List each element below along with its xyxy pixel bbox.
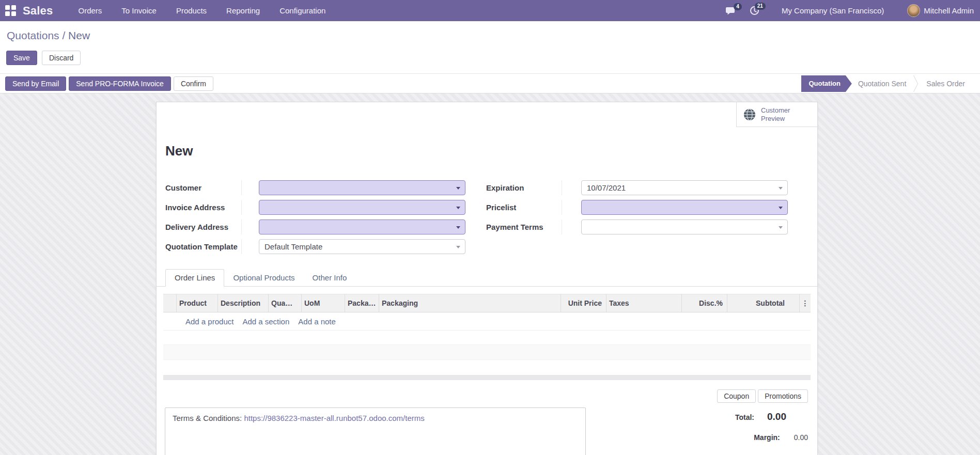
col-subtotal: Subtotal (727, 294, 800, 312)
total-value: 0.00 (767, 411, 786, 422)
breadcrumb-separator: / (59, 29, 69, 41)
tab-bar: Order Lines Optional Products Other Info (157, 269, 817, 287)
chevron-separator-icon (913, 75, 920, 92)
promotions-button[interactable]: Promotions (758, 389, 808, 403)
menu-to-invoice[interactable]: To Invoice (112, 0, 166, 21)
apps-grid-icon (5, 5, 16, 16)
breadcrumb-current: New (68, 29, 90, 41)
add-a-product-link[interactable]: Add a product (185, 317, 234, 326)
col-description: Description (218, 294, 269, 312)
menu-orders[interactable]: Orders (69, 0, 112, 21)
messages-button[interactable]: 4 (725, 6, 736, 15)
send-by-email-button[interactable]: Send by Email (5, 76, 66, 91)
col-uom: UoM (302, 294, 345, 312)
col-handle (163, 294, 177, 312)
col-quantity: Quantity (269, 294, 302, 312)
field-group-right: Expiration 10/07/2021 Pricelist Payment … (486, 178, 788, 256)
user-menu[interactable]: Mitchell Admin (924, 6, 974, 15)
invoice-address-input[interactable] (259, 200, 465, 215)
menu-reporting[interactable]: Reporting (216, 0, 270, 21)
user-avatar[interactable] (907, 4, 920, 17)
delivery-address-label: Delivery Address (165, 223, 241, 231)
customer-preview-label: Customer Preview (761, 106, 790, 122)
col-packaging-qty: Packaging ... (345, 294, 379, 312)
dropdown-caret-icon (456, 226, 460, 229)
activities-badge: 21 (755, 3, 766, 10)
add-a-note-link[interactable]: Add a note (298, 317, 336, 326)
dropdown-caret-icon (779, 226, 783, 229)
payment-terms-input[interactable] (581, 219, 788, 234)
status-step-quotation-sent[interactable]: Quotation Sent (852, 75, 912, 92)
dropdown-caret-icon (779, 207, 783, 209)
table-header-row: Product Description Quantity UoM Packagi… (163, 294, 811, 312)
payment-terms-label: Payment Terms (486, 223, 562, 231)
breadcrumb: Quotations / New (7, 29, 90, 42)
dropdown-caret-icon (456, 246, 460, 248)
navbar-right: 4 21 My Company (San Francisco) Mitchell… (725, 4, 980, 17)
menu-products[interactable]: Products (166, 0, 216, 21)
pricelist-label: Pricelist (486, 203, 562, 212)
save-button[interactable]: Save (6, 51, 37, 65)
confirm-button[interactable]: Confirm (174, 76, 213, 91)
column-options-icon[interactable]: ⋮ (800, 294, 811, 312)
status-step-quotation[interactable]: Quotation (801, 75, 852, 92)
menu-configuration[interactable]: Configuration (270, 0, 335, 21)
terms-conditions-textarea[interactable]: Terms & Conditions: https://9836223-mast… (165, 407, 586, 455)
tab-other-info[interactable]: Other Info (304, 270, 356, 286)
app-name[interactable]: Sales (23, 4, 53, 18)
quotation-template-input[interactable]: Default Template (259, 239, 465, 254)
add-a-section-link[interactable]: Add a section (242, 317, 289, 326)
notebook: Order Lines Optional Products Other Info… (157, 269, 817, 380)
messages-badge: 4 (734, 3, 742, 10)
dropdown-caret-icon (779, 187, 783, 190)
col-product: Product (177, 294, 218, 312)
control-panel: Quotations / New Save Discard Send by Em… (0, 21, 980, 93)
record-title: New (165, 143, 817, 159)
top-navbar: Sales Orders To Invoice Products Reporti… (0, 0, 980, 21)
customer-preview-button[interactable]: Customer Preview (736, 102, 817, 127)
activities-button[interactable]: 21 (750, 6, 759, 15)
invoice-address-label: Invoice Address (165, 203, 241, 212)
customer-input[interactable] (259, 180, 465, 195)
margin-value: 0.00 (794, 433, 808, 442)
dropdown-caret-icon (456, 187, 460, 190)
send-proforma-button[interactable]: Send PRO-FORMA Invoice (69, 76, 171, 91)
empty-row (163, 331, 811, 345)
add-line-row: Add a product Add a section Add a note (163, 312, 811, 331)
statusbar: Quotation Quotation Sent Sales Order (801, 75, 972, 92)
discard-button[interactable]: Discard (42, 51, 81, 65)
delivery-address-input[interactable] (259, 219, 465, 234)
breadcrumb-quotations[interactable]: Quotations (7, 29, 59, 41)
control-panel-divider (0, 73, 980, 74)
dropdown-caret-icon (456, 207, 460, 209)
globe-icon (743, 108, 756, 121)
coupon-button[interactable]: Coupon (717, 389, 756, 403)
pricelist-input[interactable] (581, 200, 788, 215)
form-sheet: Customer Preview New Customer Invoice Ad… (156, 102, 818, 455)
customer-label: Customer (165, 183, 241, 192)
company-switcher[interactable]: My Company (San Francisco) (782, 6, 884, 15)
quotation-template-label: Quotation Template (165, 242, 241, 251)
tab-order-lines[interactable]: Order Lines (165, 269, 224, 287)
expiration-label: Expiration (486, 183, 562, 192)
col-discount: Disc.% (682, 294, 727, 312)
form-view-background: Customer Preview New Customer Invoice Ad… (0, 93, 980, 455)
status-step-sales-order[interactable]: Sales Order (920, 75, 971, 92)
apps-menu-button[interactable] (0, 0, 21, 21)
col-unit-price: Unit Price (561, 294, 606, 312)
expiration-input[interactable]: 10/07/2021 (581, 180, 788, 195)
tab-optional-products[interactable]: Optional Products (224, 270, 303, 286)
empty-row (163, 345, 811, 360)
terms-label: Terms & Conditions: (173, 414, 244, 422)
order-lines-table: Product Description Quantity UoM Packagi… (163, 294, 811, 380)
horizontal-scrollbar[interactable] (163, 375, 811, 380)
col-taxes: Taxes (606, 294, 682, 312)
main-menu: Orders To Invoice Products Reporting Con… (69, 0, 336, 21)
field-group-left: Customer Invoice Address Delivery Addres… (157, 178, 465, 256)
col-packaging: Packaging (379, 294, 561, 312)
total-label: Total: (735, 413, 754, 421)
terms-link[interactable]: https://9836223-master-all.runbot57.odoo… (244, 414, 424, 422)
margin-label: Margin: (754, 433, 780, 442)
empty-row (163, 360, 811, 375)
